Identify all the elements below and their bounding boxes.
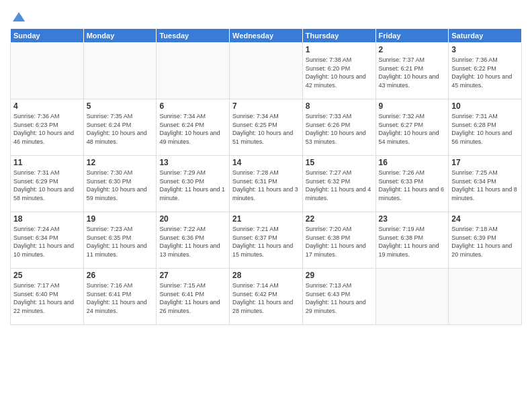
day-number: 27 [159,271,226,280]
day-info: Sunrise: 7:34 AM Sunset: 6:24 PM Dayligh… [159,112,226,146]
day-info: Sunrise: 7:25 AM Sunset: 6:34 PM Dayligh… [451,169,519,202]
day-number: 18 [13,214,81,224]
day-number: 2 [379,45,446,54]
calendar-cell: 8Sunrise: 7:33 AM Sunset: 6:26 PM Daylig… [302,99,375,156]
calendar-header: SundayMondayTuesdayWednesdayThursdayFrid… [11,29,522,43]
calendar-page: SundayMondayTuesdayWednesdayThursdayFrid… [0,0,532,411]
day-number: 20 [159,214,226,224]
calendar-cell: 17Sunrise: 7:25 AM Sunset: 6:34 PM Dayli… [449,156,522,212]
day-info: Sunrise: 7:27 AM Sunset: 6:32 PM Dayligh… [306,169,373,202]
calendar-cell: 16Sunrise: 7:26 AM Sunset: 6:33 PM Dayli… [375,156,449,212]
day-number: 10 [451,101,519,111]
day-info: Sunrise: 7:15 AM Sunset: 6:41 PM Dayligh… [159,281,226,315]
day-info: Sunrise: 7:33 AM Sunset: 6:26 PM Dayligh… [306,112,373,146]
day-number: 28 [232,271,300,280]
day-number: 12 [87,158,154,167]
calendar-cell: 13Sunrise: 7:29 AM Sunset: 6:30 PM Dayli… [157,156,230,212]
day-info: Sunrise: 7:37 AM Sunset: 6:21 PM Dayligh… [379,56,446,89]
day-number: 16 [379,158,446,167]
day-number: 9 [379,101,446,111]
calendar-cell: 19Sunrise: 7:23 AM Sunset: 6:35 PM Dayli… [83,212,157,269]
day-info: Sunrise: 7:13 AM Sunset: 6:43 PM Dayligh… [306,281,373,315]
calendar-cell: 10Sunrise: 7:31 AM Sunset: 6:28 PM Dayli… [449,99,522,156]
day-info: Sunrise: 7:30 AM Sunset: 6:30 PM Dayligh… [87,169,154,202]
calendar-cell: 6Sunrise: 7:34 AM Sunset: 6:24 PM Daylig… [157,99,230,156]
logo-icon [11,9,26,24]
day-info: Sunrise: 7:34 AM Sunset: 6:25 PM Dayligh… [232,112,300,146]
day-info: Sunrise: 7:31 AM Sunset: 6:28 PM Dayligh… [451,112,519,146]
day-info: Sunrise: 7:23 AM Sunset: 6:35 PM Dayligh… [87,225,154,259]
day-number: 26 [87,271,154,280]
calendar-cell: 22Sunrise: 7:20 AM Sunset: 6:38 PM Dayli… [302,212,375,269]
calendar-cell: 9Sunrise: 7:32 AM Sunset: 6:27 PM Daylig… [375,99,449,156]
logo [10,9,26,24]
calendar-cell: 1Sunrise: 7:38 AM Sunset: 6:20 PM Daylig… [302,43,375,99]
calendar-cell: 5Sunrise: 7:35 AM Sunset: 6:24 PM Daylig… [83,99,157,156]
day-info: Sunrise: 7:19 AM Sunset: 6:38 PM Dayligh… [379,225,446,259]
week-row-0: 1Sunrise: 7:38 AM Sunset: 6:20 PM Daylig… [11,43,522,99]
day-info: Sunrise: 7:26 AM Sunset: 6:33 PM Dayligh… [379,169,446,202]
weekday-header-saturday: Saturday [449,29,522,43]
day-number: 22 [306,214,373,224]
day-number: 13 [159,158,226,167]
day-info: Sunrise: 7:29 AM Sunset: 6:30 PM Dayligh… [159,169,226,202]
day-info: Sunrise: 7:28 AM Sunset: 6:31 PM Dayligh… [232,169,300,202]
day-number: 1 [306,45,373,54]
day-info: Sunrise: 7:31 AM Sunset: 6:29 PM Dayligh… [13,169,81,202]
day-info: Sunrise: 7:14 AM Sunset: 6:42 PM Dayligh… [232,281,300,315]
calendar-cell [157,43,230,99]
calendar-cell [83,43,157,99]
day-info: Sunrise: 7:35 AM Sunset: 6:24 PM Dayligh… [87,112,154,146]
calendar-cell [375,269,449,325]
calendar-cell: 12Sunrise: 7:30 AM Sunset: 6:30 PM Dayli… [83,156,157,212]
calendar-cell [230,43,303,99]
day-number: 7 [232,101,300,111]
calendar-cell: 28Sunrise: 7:14 AM Sunset: 6:42 PM Dayli… [230,269,303,325]
day-info: Sunrise: 7:36 AM Sunset: 6:22 PM Dayligh… [451,56,519,89]
day-number: 11 [13,158,81,167]
day-info: Sunrise: 7:36 AM Sunset: 6:23 PM Dayligh… [13,112,81,146]
weekday-header-tuesday: Tuesday [157,29,230,43]
calendar-body: 1Sunrise: 7:38 AM Sunset: 6:20 PM Daylig… [11,43,522,325]
weekday-header-wednesday: Wednesday [230,29,303,43]
day-info: Sunrise: 7:16 AM Sunset: 6:41 PM Dayligh… [87,281,154,315]
day-number: 21 [232,214,300,224]
day-number: 19 [87,214,154,224]
week-row-1: 4Sunrise: 7:36 AM Sunset: 6:23 PM Daylig… [11,99,522,156]
day-info: Sunrise: 7:22 AM Sunset: 6:36 PM Dayligh… [159,225,226,259]
calendar-cell: 3Sunrise: 7:36 AM Sunset: 6:22 PM Daylig… [449,43,522,99]
day-info: Sunrise: 7:24 AM Sunset: 6:34 PM Dayligh… [13,225,81,259]
weekday-header-row: SundayMondayTuesdayWednesdayThursdayFrid… [11,29,522,43]
calendar-cell: 21Sunrise: 7:21 AM Sunset: 6:37 PM Dayli… [230,212,303,269]
week-row-2: 11Sunrise: 7:31 AM Sunset: 6:29 PM Dayli… [11,156,522,212]
day-info: Sunrise: 7:18 AM Sunset: 6:39 PM Dayligh… [451,225,519,259]
day-info: Sunrise: 7:20 AM Sunset: 6:38 PM Dayligh… [306,225,373,259]
calendar-cell: 18Sunrise: 7:24 AM Sunset: 6:34 PM Dayli… [11,212,84,269]
calendar-cell: 7Sunrise: 7:34 AM Sunset: 6:25 PM Daylig… [230,99,303,156]
week-row-4: 25Sunrise: 7:17 AM Sunset: 6:40 PM Dayli… [11,269,522,325]
weekday-header-friday: Friday [375,29,449,43]
calendar-cell: 27Sunrise: 7:15 AM Sunset: 6:41 PM Dayli… [157,269,230,325]
header-area [10,7,522,24]
day-number: 15 [306,158,373,167]
calendar-cell: 20Sunrise: 7:22 AM Sunset: 6:36 PM Dayli… [157,212,230,269]
day-number: 24 [451,214,519,224]
day-number: 3 [451,45,519,54]
day-number: 23 [379,214,446,224]
calendar-cell: 29Sunrise: 7:13 AM Sunset: 6:43 PM Dayli… [302,269,375,325]
weekday-header-sunday: Sunday [11,29,84,43]
calendar-cell: 24Sunrise: 7:18 AM Sunset: 6:39 PM Dayli… [449,212,522,269]
calendar-cell: 26Sunrise: 7:16 AM Sunset: 6:41 PM Dayli… [83,269,157,325]
calendar-cell: 11Sunrise: 7:31 AM Sunset: 6:29 PM Dayli… [11,156,84,212]
calendar-cell: 25Sunrise: 7:17 AM Sunset: 6:40 PM Dayli… [11,269,84,325]
day-number: 29 [306,271,373,280]
day-info: Sunrise: 7:17 AM Sunset: 6:40 PM Dayligh… [13,281,81,315]
calendar-cell: 2Sunrise: 7:37 AM Sunset: 6:21 PM Daylig… [375,43,449,99]
day-number: 8 [306,101,373,111]
day-number: 25 [13,271,81,280]
day-number: 14 [232,158,300,167]
calendar-cell: 23Sunrise: 7:19 AM Sunset: 6:38 PM Dayli… [375,212,449,269]
calendar-cell: 4Sunrise: 7:36 AM Sunset: 6:23 PM Daylig… [11,99,84,156]
day-info: Sunrise: 7:38 AM Sunset: 6:20 PM Dayligh… [306,56,373,89]
day-number: 4 [13,101,81,111]
